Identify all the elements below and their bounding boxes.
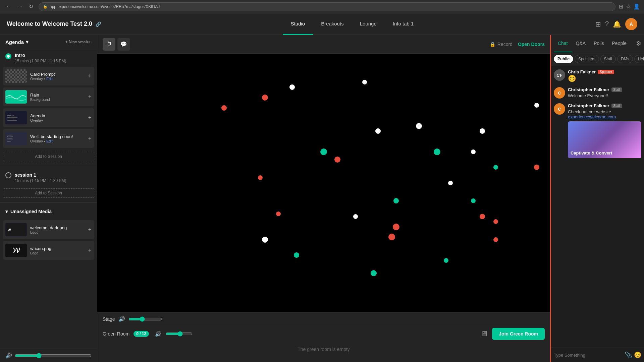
media-add-button[interactable]: + [88,226,92,233]
stage-dot [258,175,263,180]
media-add-button[interactable]: + [88,247,92,254]
list-item[interactable]: W welcome_dark.png Logo + [3,220,94,239]
nav-tab-breakouts[interactable]: Breakouts [313,13,352,35]
svg-text:W: W [8,228,11,232]
tab-people[interactable]: People [608,35,631,52]
toolbar-right: 🔒 Record Open Doors [490,42,545,47]
profile-button[interactable]: 👤 [633,3,640,10]
media-thumb-w-icon: 𝓦 [5,244,27,257]
media-name: Rain [30,93,85,98]
stage-label: Stage [103,316,115,322]
record-button[interactable]: 🔒 Record [490,42,513,47]
stage-dot [320,148,327,155]
tab-qa[interactable]: Q&A [572,35,590,52]
tab-chat[interactable]: Chat [554,35,572,52]
stage-dot [353,214,358,219]
agenda-dropdown[interactable]: Agenda ▾ [5,39,29,45]
title-text: Welcome to Welcome Test 2.0 [7,20,92,27]
nav-tab-lounge[interactable]: Lounge [352,13,385,35]
url-text: app.experiencewelcome.com/events/RRu7mJ/… [50,4,160,9]
stage-dot [480,214,485,219]
chat-settings-button[interactable]: ⚙ [636,40,641,47]
chat-bubble-button[interactable]: 💬 [117,38,130,51]
bottom-volume: 🔊 [0,349,97,362]
volume-icon: 🔊 [118,316,125,322]
green-room-volume-slider[interactable] [166,331,193,337]
toolbar-left: ⏱ 💬 [103,38,130,51]
stage-dot [416,123,422,129]
timer-button[interactable]: ⏱ [103,38,115,51]
join-green-room-button[interactable]: Join Green Room [492,328,545,340]
stage-volume-row: Stage 🔊 [103,316,545,322]
notifications-icon-button[interactable]: 🔔 [613,20,621,28]
media-add-button[interactable]: + [88,94,92,101]
stage-dot [393,224,399,230]
bookmark-button[interactable]: ☆ [626,3,631,10]
stage-dot [371,270,377,276]
green-room-count: 0 / 12 [133,331,149,337]
link-icon[interactable]: 🔗 [96,21,101,27]
unassigned-header: ▾ Unassigned Media [5,209,92,214]
filter-help[interactable]: Help [634,55,644,63]
edit-link[interactable]: Edit [46,77,53,81]
add-to-session-button-session1[interactable]: Add to Session [3,188,94,198]
list-item[interactable]: Agenda Agenda Overlay + [3,108,94,127]
svg-text:soon!: soon! [7,140,11,142]
stage-dot [434,148,440,155]
media-name: Agenda [30,113,85,118]
list-item[interactable]: Rain Background + [3,87,94,106]
grid-icon-button[interactable]: ⊞ [595,20,601,28]
media-add-button[interactable]: + [88,73,92,80]
user-avatar[interactable]: A [625,18,637,30]
stage-dot [362,80,367,84]
tab-polls[interactable]: Polls [590,35,608,52]
url-bar[interactable]: 🔒 app.experiencewelcome.com/events/RRu7m… [39,2,615,11]
message-header: Christopher Falkner Staff [568,103,641,108]
speaker-badge: Speaker [598,70,614,74]
website-link[interactable]: experiencewelcome.com [568,114,641,119]
message-header: Chris Falkner Speaker [568,69,641,74]
session-intro-name: Intro [15,53,92,58]
message-content: Christopher Falkner Staff Check out our … [568,103,641,158]
filter-staff[interactable]: Staff [600,55,616,63]
message-author: Christopher Falkner [568,103,609,108]
list-item[interactable]: We'll bestartingsoon! We'll be starting … [3,129,94,148]
nav-tab-infotab1[interactable]: Info tab 1 [385,13,422,35]
main-content: Agenda ▾ + New session Intro 15 mins (1:… [0,35,644,362]
filter-speakers[interactable]: Speakers [575,55,599,63]
stage-volume-slider[interactable] [128,316,162,322]
extensions-button[interactable]: ⊞ [619,3,623,10]
filter-public[interactable]: Public [554,55,573,63]
reload-button[interactable]: ↻ [27,3,35,10]
attach-button[interactable]: 📎 [625,351,632,359]
help-icon-button[interactable]: ? [605,20,609,28]
chat-input[interactable] [554,353,623,358]
stage-toolbar: ⏱ 💬 🔒 Record Open Doors [97,35,550,54]
media-add-button[interactable]: + [88,114,92,121]
open-doors-button[interactable]: Open Doors [518,42,545,47]
list-item[interactable]: 𝓦 w-icon.png Logo + [3,241,94,260]
forward-button[interactable]: → [15,3,25,10]
session-1-info: session 1 15 mins (1:15 PM - 1:30 PM) [15,172,92,183]
stage-dot [221,105,227,111]
volume-icon: 🔊 [5,352,12,359]
media-thumb-starting-soon: We'll bestartingsoon! [5,132,27,145]
nav-tab-studio[interactable]: Studio [283,13,313,35]
emoji-button[interactable]: 😊 [634,351,641,359]
list-item[interactable]: Card Prompt Overlay • Edit + [3,67,94,85]
volume-slider[interactable] [15,353,92,358]
media-info-rain: Rain Background [30,93,85,102]
edit-link[interactable]: Edit [46,139,53,143]
message-header: Christopher Falkner Staff [568,87,641,92]
unassigned-media-list: W welcome_dark.png Logo + 𝓦 w-icon.png L… [0,220,97,262]
filter-dms[interactable]: DMs [617,55,633,63]
stage-dot [334,157,340,163]
back-button[interactable]: ← [4,3,13,10]
image-caption: Captivate & Convert [571,150,612,156]
sidebar-header: Agenda ▾ + New session [0,35,97,49]
media-add-button[interactable]: + [88,135,92,142]
stage-dot [276,212,281,216]
new-session-button[interactable]: + New session [65,40,92,44]
add-to-session-button-intro[interactable]: Add to Session [3,152,94,161]
screen-share-icon[interactable]: 🖥 [481,329,488,338]
